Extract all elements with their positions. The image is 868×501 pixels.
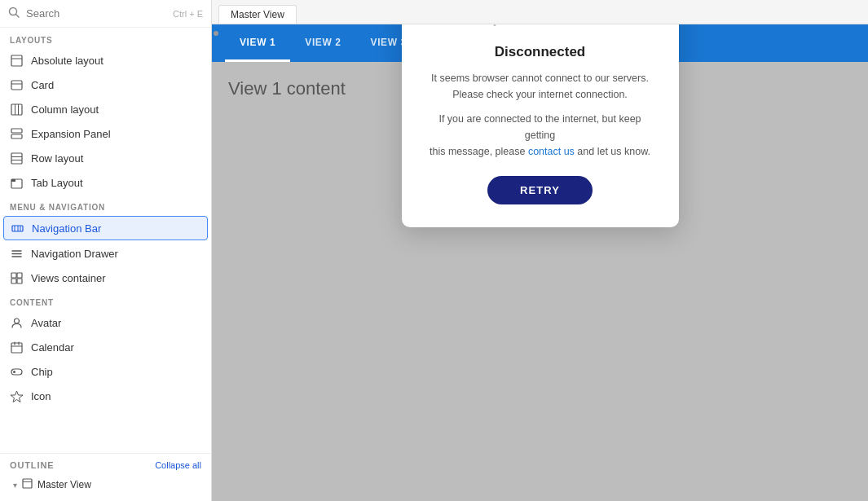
sidebar-item-chip-label: Chip bbox=[31, 366, 53, 378]
sidebar-item-column-layout-label: Column layout bbox=[31, 103, 99, 116]
sidebar-item-row-layout[interactable]: Row layout bbox=[0, 146, 211, 170]
resize-handle[interactable] bbox=[214, 31, 218, 36]
tab-bar: Master View bbox=[212, 0, 868, 24]
svg-rect-28 bbox=[11, 343, 22, 353]
svg-rect-15 bbox=[11, 179, 15, 182]
dialog-text2-after: and let us know. bbox=[575, 146, 650, 157]
view-tab-2[interactable]: VIEW 2 bbox=[290, 25, 355, 62]
sidebar-item-navigation-bar[interactable]: Navigation Bar bbox=[3, 216, 208, 240]
svg-point-27 bbox=[14, 319, 19, 323]
view-outline-icon bbox=[22, 478, 33, 491]
dialog-contact-link[interactable]: contact us bbox=[528, 146, 575, 157]
sidebar-item-views-container-label: Views container bbox=[31, 272, 106, 284]
svg-rect-9 bbox=[11, 129, 22, 133]
svg-rect-32 bbox=[11, 369, 22, 375]
card-icon bbox=[10, 78, 23, 91]
sidebar-item-calendar-label: Calendar bbox=[31, 341, 74, 354]
sidebar-item-tab-layout-label: Tab Layout bbox=[31, 177, 83, 189]
dialog-title: Disconnected bbox=[495, 44, 585, 60]
view-tab-1[interactable]: VIEW 1 bbox=[225, 25, 290, 62]
svg-rect-11 bbox=[11, 153, 22, 164]
outline-master-view-label: Master View bbox=[37, 479, 91, 490]
sidebar-item-avatar[interactable]: Avatar bbox=[0, 310, 211, 335]
svg-rect-25 bbox=[11, 279, 16, 283]
tab-icon bbox=[10, 176, 23, 189]
svg-rect-2 bbox=[11, 55, 22, 66]
chip-icon bbox=[10, 365, 23, 378]
disconnected-dialog: × × × × ☁ ⚡ ℹ Disconnected It seems brow… bbox=[402, 24, 679, 227]
sidebar-item-absolute-layout[interactable]: Absolute layout bbox=[0, 48, 211, 73]
search-input[interactable] bbox=[26, 7, 166, 20]
svg-rect-4 bbox=[11, 81, 22, 90]
canvas: VIEW 1 VIEW 2 VIEW 3 View 1 content bbox=[212, 24, 868, 501]
sidebar-scroll: LAYOUTS Absolute layout Card bbox=[0, 28, 211, 453]
sidebar-item-avatar-label: Avatar bbox=[31, 317, 61, 329]
sidebar: Ctrl + E LAYOUTS Absolute layout Card bbox=[0, 0, 212, 501]
collapse-all-link[interactable]: Collapse all bbox=[155, 460, 201, 470]
sidebar-item-calendar[interactable]: Calendar bbox=[0, 335, 211, 359]
sidebar-item-absolute-layout-label: Absolute layout bbox=[31, 55, 104, 67]
sidebar-item-icon[interactable]: Icon bbox=[0, 384, 211, 408]
search-icon bbox=[8, 7, 20, 20]
search-shortcut: Ctrl + E bbox=[173, 9, 203, 19]
nav-bar-icon bbox=[11, 222, 24, 235]
calendar-icon bbox=[10, 341, 23, 354]
chevron-down-icon: ▾ bbox=[13, 481, 17, 490]
svg-rect-6 bbox=[11, 104, 22, 115]
dialog-text1: It seems browser cannot connect to our s… bbox=[431, 70, 649, 103]
sidebar-item-navigation-drawer[interactable]: Navigation Drawer bbox=[0, 241, 211, 266]
master-view-tab[interactable]: Master View bbox=[218, 5, 297, 24]
icon-icon bbox=[10, 389, 23, 402]
sidebar-item-column-layout[interactable]: Column layout bbox=[0, 97, 211, 121]
outline-section: OUTLINE Collapse all ▾ Master View bbox=[0, 453, 211, 501]
sidebar-item-expansion-panel[interactable]: Expansion Panel bbox=[0, 121, 211, 146]
sidebar-item-expansion-panel-label: Expansion Panel bbox=[31, 128, 111, 140]
views-icon bbox=[10, 271, 23, 284]
outline-master-view[interactable]: ▾ Master View bbox=[10, 475, 201, 494]
sidebar-item-card-label: Card bbox=[31, 79, 54, 91]
sidebar-item-chip[interactable]: Chip bbox=[0, 359, 211, 384]
svg-rect-35 bbox=[23, 479, 32, 488]
svg-marker-34 bbox=[11, 391, 23, 402]
disconnected-illustration: × × × × ☁ ⚡ ℹ bbox=[483, 24, 597, 29]
section-menu-navigation-label: MENU & NAVIGATION bbox=[0, 195, 211, 215]
sidebar-item-row-layout-label: Row layout bbox=[31, 152, 83, 165]
svg-rect-10 bbox=[11, 134, 22, 138]
outline-header: OUTLINE Collapse all bbox=[10, 460, 201, 470]
section-content-label: CONTENT bbox=[0, 290, 211, 310]
svg-rect-24 bbox=[17, 273, 22, 278]
avatar-icon bbox=[10, 316, 23, 329]
outline-label: OUTLINE bbox=[10, 460, 54, 470]
row-icon bbox=[10, 152, 23, 165]
section-layouts-label: LAYOUTS bbox=[0, 28, 211, 48]
expansion-icon bbox=[10, 127, 23, 140]
main-area: Master View VIEW 1 VIEW 2 VIEW 3 View 1 … bbox=[212, 0, 868, 501]
sidebar-item-navigation-drawer-label: Navigation Drawer bbox=[31, 248, 118, 260]
column-icon bbox=[10, 103, 23, 116]
sidebar-item-icon-label: Icon bbox=[31, 390, 51, 402]
sidebar-item-card[interactable]: Card bbox=[0, 73, 211, 97]
retry-button[interactable]: RETRY bbox=[487, 176, 593, 204]
scatter-info-icon: ℹ bbox=[493, 24, 496, 28]
svg-rect-23 bbox=[11, 273, 16, 278]
sidebar-item-navigation-bar-label: Navigation Bar bbox=[32, 222, 101, 235]
view-content-label: View 1 content bbox=[228, 78, 346, 99]
sidebar-item-views-container[interactable]: Views container bbox=[0, 266, 211, 290]
nav-drawer-icon bbox=[10, 247, 23, 260]
svg-point-33 bbox=[13, 371, 15, 373]
sidebar-item-tab-layout[interactable]: Tab Layout bbox=[0, 170, 211, 195]
dialog-text2: If you are connected to the internet, bu… bbox=[425, 111, 656, 160]
svg-rect-26 bbox=[17, 279, 22, 283]
search-bar: Ctrl + E bbox=[0, 0, 211, 28]
layout-icon bbox=[10, 54, 23, 67]
svg-line-1 bbox=[16, 15, 20, 18]
